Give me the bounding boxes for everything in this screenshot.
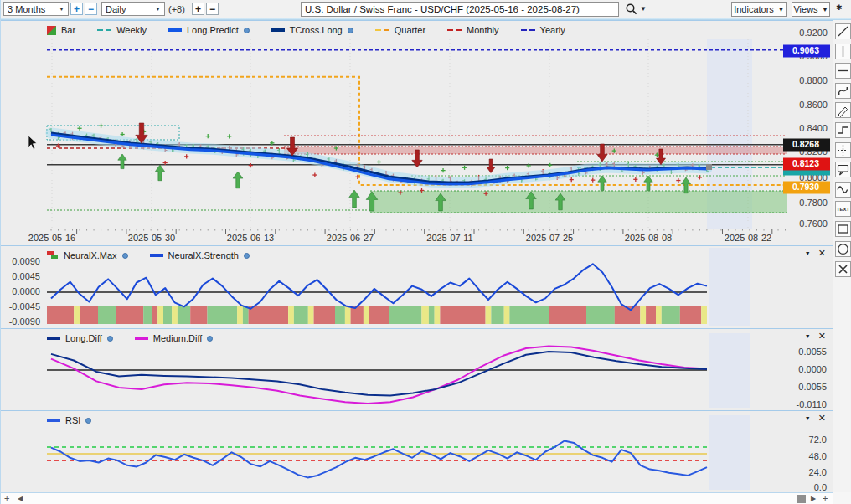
- step-line-tool-button[interactable]: [835, 122, 851, 138]
- indicator-settings-icon[interactable]: [107, 336, 113, 342]
- buy-signal-arrow: [598, 176, 606, 191]
- neuralx-max-segment: [662, 306, 680, 324]
- legend-label: RSI: [65, 415, 80, 425]
- curve-tool-button[interactable]: [835, 83, 851, 99]
- neuralx-max-segment: [440, 306, 485, 324]
- range-zoom-in-button[interactable]: +: [70, 3, 83, 15]
- neuralx-max-segment: [491, 306, 503, 324]
- support-zone: [370, 191, 787, 213]
- horizontal-line-tool-button[interactable]: [835, 63, 851, 79]
- legend-item-monthly[interactable]: Monthly: [447, 25, 499, 35]
- legend-marker: [521, 29, 535, 32]
- neuralx-max-segment: [237, 306, 243, 324]
- star-icon[interactable]: ✱: [836, 3, 843, 12]
- indicator-settings-icon[interactable]: [348, 28, 353, 33]
- y-axis-label: -0.0090: [9, 316, 40, 327]
- legend-item-long-diff[interactable]: Long.Diff: [47, 333, 113, 343]
- price-badge-label: 0.8268: [792, 139, 819, 149]
- search-dropdown-icon[interactable]: ▼: [640, 5, 647, 13]
- legend-marker: [447, 29, 462, 32]
- legend-item-weekly[interactable]: Weekly: [97, 25, 147, 35]
- legend-item-long-predict[interactable]: Long.Predict: [168, 25, 250, 35]
- indicator-settings-icon[interactable]: [244, 28, 250, 33]
- ellipse-tool-button[interactable]: [835, 241, 851, 257]
- indicator-settings-icon[interactable]: [244, 253, 250, 259]
- rectangle-tool-button[interactable]: [835, 221, 851, 237]
- legend-label: Long.Diff: [65, 333, 102, 343]
- period-select-value: Daily: [106, 4, 126, 14]
- neuralx-max-segment: [143, 306, 152, 324]
- collapse-panel-icon[interactable]: ▼: [805, 250, 811, 256]
- neuralx-max-segment: [178, 306, 190, 324]
- main-price-chart[interactable]: 2025-05-162025-05-302025-06-132025-06-27…: [1, 21, 833, 246]
- legend-label: Quarter: [395, 25, 426, 35]
- indicator-settings-icon[interactable]: [122, 253, 128, 259]
- diff-legend: Long.DiffMedium.Diff: [47, 332, 213, 345]
- y-axis-label: -0.0110: [797, 399, 828, 409]
- collapse-panel-icon[interactable]: ▼: [805, 415, 811, 421]
- neuralx-max-segment: [435, 306, 441, 324]
- range-select[interactable]: 3 Months ▼: [3, 2, 69, 16]
- bar-plus-button[interactable]: +: [192, 3, 204, 15]
- close-tool-button[interactable]: [835, 261, 851, 277]
- curve-icon: [836, 84, 850, 98]
- legend-item-neuralx-strength[interactable]: NeuralX.Strength: [150, 250, 250, 260]
- main-price-panel: BarWeeklyLong.PredictTCross.LongQuarterM…: [1, 20, 833, 245]
- legend-item-yearly[interactable]: Yearly: [521, 25, 565, 35]
- vertical-line-tool-button[interactable]: [835, 44, 851, 59]
- indicator-settings-icon[interactable]: [85, 418, 91, 424]
- indicators-button-label: Indicators: [734, 4, 774, 14]
- x-axis-label: 2025-07-25: [526, 233, 573, 243]
- close-panel-icon[interactable]: ✕: [818, 249, 826, 258]
- price-badge-label: 0.8123: [792, 158, 819, 168]
- text-tool-button[interactable]: TEXT: [835, 201, 851, 217]
- close-panel-icon[interactable]: ✕: [818, 414, 826, 423]
- neuralx-panel: NeuralX.MaxNeuralX.Strength ▼ ✕ 0.00900.…: [1, 245, 833, 328]
- views-button[interactable]: Views ▼: [792, 2, 830, 17]
- y-axis-label: 48.0: [809, 451, 827, 461]
- text-icon: TEXT: [836, 202, 850, 216]
- pencil-tool-button[interactable]: [835, 102, 851, 118]
- legend-item-rsi[interactable]: RSI: [47, 415, 91, 425]
- bar-offset-label: (+8): [168, 4, 185, 14]
- forecast-band: [709, 333, 750, 408]
- diagonal-line-icon: [836, 24, 850, 39]
- search-icon[interactable]: [625, 3, 638, 16]
- pencil-icon: [836, 103, 850, 117]
- callout-tool-button[interactable]: [835, 162, 851, 177]
- scrollbar-thumb[interactable]: [797, 495, 806, 503]
- legend-item-quarter[interactable]: Quarter: [375, 25, 426, 35]
- scroll-add-left-button[interactable]: +: [4, 493, 9, 503]
- legend-label: Weekly: [116, 25, 147, 35]
- scroll-add-right-button[interactable]: +: [823, 493, 828, 503]
- trading-app-window: 3 Months ▼ + − Daily ▼ (+8) + − ▼ Indica…: [0, 0, 851, 504]
- indicators-button[interactable]: Indicators ▼: [731, 2, 787, 17]
- neuralx-max-segment: [389, 306, 421, 324]
- wave-tool-button[interactable]: [835, 182, 851, 198]
- neuralx-max-segment: [504, 306, 510, 324]
- legend-item-tcross-long[interactable]: TCross.Long: [271, 25, 353, 35]
- collapse-panel-icon[interactable]: ▼: [805, 333, 811, 339]
- wave-icon: [836, 183, 850, 197]
- legend-item-neuralx-max[interactable]: NeuralX.Max: [47, 250, 128, 260]
- neuralx-max-segment: [486, 306, 492, 324]
- legend-item-medium-diff[interactable]: Medium.Diff: [135, 333, 213, 343]
- neuralx-max-segment: [157, 306, 163, 324]
- scroll-right-icon[interactable]: ▶: [811, 495, 816, 502]
- close-icon: [836, 262, 850, 276]
- horizontal-scrollbar[interactable]: + ◀ ▶ +: [1, 492, 833, 504]
- crosshair-tool-button[interactable]: [835, 142, 851, 158]
- period-select[interactable]: Daily ▼: [101, 2, 165, 16]
- symbol-title-input[interactable]: [301, 2, 619, 17]
- neuralx-max-segment: [586, 306, 615, 324]
- scroll-left-icon[interactable]: ◀: [18, 495, 23, 502]
- range-zoom-out-button[interactable]: −: [85, 3, 97, 15]
- close-panel-icon[interactable]: ✕: [818, 332, 826, 341]
- indicator-settings-icon[interactable]: [207, 336, 213, 342]
- diff-panel-controls: ▼ ✕: [805, 332, 826, 341]
- x-axis-label: 2025-07-11: [426, 233, 472, 243]
- legend-item-bar[interactable]: Bar: [47, 25, 75, 35]
- bar-minus-button[interactable]: −: [206, 3, 219, 15]
- rsi-chart[interactable]: 72.048.024.00.0: [1, 411, 833, 493]
- diagonal-line-tool-button[interactable]: [835, 23, 851, 39]
